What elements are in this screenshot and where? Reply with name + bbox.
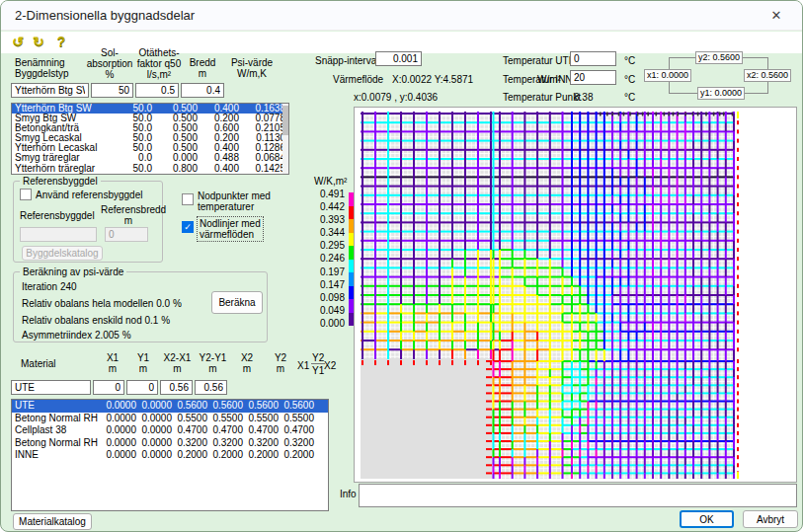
part-bredd-input[interactable] xyxy=(181,83,224,98)
close-icon[interactable]: ✕ xyxy=(758,4,795,28)
material-name-input[interactable] xyxy=(11,380,91,395)
dialog-2d-byggnadsdelar: 2-Dimensionella byggnadsdelar ✕ ↺ ↻ ? Be… xyxy=(0,0,803,532)
temp-inne-unit: °C xyxy=(624,74,635,85)
temp-punkt-unit: °C xyxy=(624,92,635,103)
cancel-button[interactable]: Avbryt xyxy=(743,510,798,528)
col-header-psi: Psi-värdeW/m,K xyxy=(226,57,278,79)
col-x2x1: X2-X1m xyxy=(159,352,196,374)
material-dy-input[interactable] xyxy=(195,380,227,395)
scroll-thumb[interactable] xyxy=(282,106,288,135)
list-row[interactable]: INNE0.00000.00000.20000.20000.20000.2000 xyxy=(12,449,328,462)
redo-icon[interactable]: ↻ xyxy=(30,34,47,51)
obalans-modell-text: Relativ obalans hela modellen 0.0 % xyxy=(22,298,182,309)
part-q50-input[interactable] xyxy=(135,83,179,98)
cursor-coords: x:0.0079 , y:0.4036 xyxy=(354,92,438,103)
legend-value: 0.098 xyxy=(311,291,345,304)
temp-ute-unit: °C xyxy=(624,55,635,66)
referensbyggdel-group: Referensbyggdel Använd referensbyggdel R… xyxy=(13,181,163,263)
legend-value: 0.344 xyxy=(311,226,345,239)
col-header-bredd: Breddm xyxy=(183,57,222,79)
referensbredd-label: Referensbreddm xyxy=(101,204,156,226)
nodpunkter-label: Nodpunkter medtemperaturer xyxy=(198,190,271,212)
part-name-input[interactable] xyxy=(11,83,89,98)
temp-ute-input[interactable] xyxy=(570,51,616,66)
berakning-group-title: Beräkning av psi-värde xyxy=(20,266,126,277)
nodlinjer-checkbox[interactable]: ✓ xyxy=(182,221,194,233)
list-row[interactable]: Ytterhörn träreglar50.00.8000.4000.1425 xyxy=(12,164,288,174)
legend-labels: 0.4910.4420.3930.3440.2950.2460.1970.147… xyxy=(311,188,345,330)
nodlinjer-label: Nodlinjer medvärmeflöden xyxy=(197,216,264,242)
anvand-referensbyggdel-label: Använd referensbyggdel xyxy=(36,190,142,200)
snapp-label: Snäpp-intervall xyxy=(315,55,381,66)
part-sol-input[interactable] xyxy=(91,83,133,98)
col-x1: X1m xyxy=(96,352,129,374)
material-col-header: Material xyxy=(21,358,56,369)
legend-value: 0.491 xyxy=(311,188,345,200)
asymmetriindex-text: Asymmetriindex 2.005 % xyxy=(22,330,131,341)
window-title: 2-Dimensionella byggnadsdelar xyxy=(15,8,195,23)
extent-x1: x1: 0.0000 xyxy=(644,69,691,82)
legend-value: 0.000 xyxy=(311,317,345,330)
material-dx-input[interactable] xyxy=(160,380,193,395)
obalans-nod-text: Relativ obalans enskild nod 0.1 % xyxy=(22,315,170,326)
temp-inne-label: Temperatur INNE xyxy=(503,74,579,85)
iteration-text: Iteration 240 xyxy=(22,281,77,292)
model-view-frame xyxy=(354,107,797,483)
col-header-q50: Otäthets-faktor q50l/s,m² xyxy=(133,47,185,80)
temp-ute-label: Temperatur UTE xyxy=(503,55,575,66)
material-y1-input[interactable] xyxy=(126,380,158,395)
legend-value: 0.442 xyxy=(311,200,345,213)
snapp-input[interactable] xyxy=(375,51,422,66)
varmeflode-value: X:0.0022 Y:4.5871 xyxy=(392,74,473,85)
extent-x2: x2: 0.5600 xyxy=(744,69,791,82)
nodpunkter-checkbox[interactable] xyxy=(182,193,194,205)
heatflow-grid-canvas[interactable] xyxy=(355,108,796,482)
legend-value: 0.393 xyxy=(311,213,345,226)
berakna-button[interactable]: Beräkna xyxy=(211,291,263,314)
col-y2y1: Y2-Y1m xyxy=(195,352,231,374)
byggdelstyp-list[interactable]: Ytterhörn Btg SW50.00.5000.4000.1638Smyg… xyxy=(11,103,289,175)
temp-punkt-value: 8.38 xyxy=(574,92,593,103)
col-header-sol: Sol-absorption% xyxy=(86,47,133,80)
ok-button[interactable]: OK xyxy=(680,510,734,528)
byggdelskatalog-button[interactable]: Byggdelskatalog xyxy=(22,246,103,261)
referensbredd-field[interactable] xyxy=(105,227,148,242)
legend-value: 0.295 xyxy=(311,239,345,252)
anvand-referensbyggdel-checkbox[interactable] xyxy=(20,189,32,200)
extent-y2: y2: 0.5600 xyxy=(695,51,743,64)
berakning-group: Beräkning av psi-värde Iteration 240 Rel… xyxy=(13,271,268,342)
legend-title: W/K,m² xyxy=(314,176,347,187)
varmeflode-label: Värmeflöde xyxy=(333,74,383,85)
col-y1: Y1m xyxy=(126,352,160,374)
temp-inne-input[interactable] xyxy=(570,70,616,85)
list-row[interactable]: UTE0.00000.00000.56000.56000.56000.5600 xyxy=(12,400,328,413)
col-header-benamning: BenämningByggdelstyp xyxy=(15,57,68,79)
referensbyggdel-field[interactable] xyxy=(20,227,97,242)
info-label: Info xyxy=(340,489,357,499)
legend-value: 0.246 xyxy=(311,252,345,265)
col-y2: Y2m xyxy=(264,352,297,374)
part-list-scrollbar[interactable] xyxy=(282,104,288,174)
material-x1-input[interactable] xyxy=(93,380,124,395)
list-row[interactable]: Betong Normal RH0.00000.00000.32000.3200… xyxy=(12,437,328,450)
legend-value: 0.197 xyxy=(311,266,345,278)
materialkatalog-button[interactable]: Materialkatalog xyxy=(13,513,92,530)
legend-value: 0.147 xyxy=(311,278,345,291)
list-row[interactable]: Betong Normal RH0.00000.00000.55000.5500… xyxy=(12,413,328,425)
referensbyggdel-group-title: Referensbyggdel xyxy=(20,176,101,187)
legend-value: 0.049 xyxy=(311,304,345,317)
list-row[interactable]: Cellplast 380.00000.00000.47000.47000.47… xyxy=(12,424,328,437)
info-field[interactable] xyxy=(359,484,797,507)
axis-diagram: X1 Y2 Y1 X2 xyxy=(297,352,333,378)
temp-punkt-label: Temperatur Punkt xyxy=(503,92,581,103)
referensbyggdel-label: Referensbyggdel xyxy=(20,210,95,221)
extent-y1: y1: 0.0000 xyxy=(697,87,745,100)
col-x2: X2m xyxy=(230,352,264,374)
help-icon[interactable]: ? xyxy=(52,34,70,51)
undo-icon[interactable]: ↺ xyxy=(9,34,27,51)
material-list[interactable]: UTE0.00000.00000.56000.56000.56000.5600B… xyxy=(11,399,329,511)
